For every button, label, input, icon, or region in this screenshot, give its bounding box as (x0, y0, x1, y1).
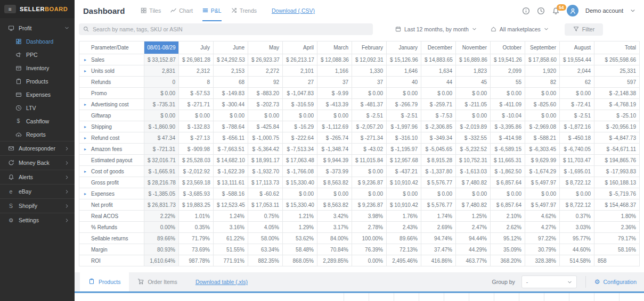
table-cell: 771.91% (214, 255, 248, 266)
history-clock-icon[interactable] (537, 7, 545, 15)
clipboard-icon (15, 78, 22, 85)
table-cell: $ -2.51 (560, 110, 594, 121)
sidebar-item-shopify[interactable]: SShopify (0, 198, 75, 213)
table-cell: $ 11,703.47 (560, 155, 594, 166)
tab-chart[interactable]: Chart (170, 0, 193, 21)
table-cell: $ -202.73 (248, 99, 283, 110)
sidebar-item-ebay[interactable]: eeBay (0, 184, 75, 198)
account-name[interactable]: Demo account (585, 7, 623, 14)
tab-order-items[interactable]: Order Items (129, 272, 185, 291)
table-cell: 1,646 (387, 65, 421, 77)
tab-tiles[interactable]: Tiles (141, 0, 161, 21)
row-label: ROI (79, 255, 144, 266)
sidebar-item-money-back[interactable]: Money Back (0, 155, 75, 170)
bell-icon (7, 174, 14, 181)
table-cell: $ 0.00 (387, 88, 421, 99)
hamburger-menu-icon[interactable]: ≡ (4, 5, 16, 13)
row-label[interactable]: ▸Expenses (79, 188, 144, 199)
table-cell: $ -735.31 (144, 99, 179, 110)
table-cell: $ 28,216.78 (144, 177, 179, 188)
table-cell: 80.93% (144, 244, 179, 255)
table-cell: 3.17% (317, 222, 352, 233)
download-xls-link[interactable]: Download table (.xls) (195, 279, 248, 285)
table-cell: $ 6,857.64 (491, 199, 525, 211)
row-label[interactable]: ▸Cost of goods (79, 166, 144, 177)
table-cell: $ -1,860.90 (144, 121, 179, 132)
column-header: October (491, 41, 525, 54)
notifications-bell-icon[interactable]: 54 (552, 7, 560, 15)
tab-pnl[interactable]: P&L (202, 0, 222, 21)
sidebar-item-label: Reports (26, 131, 46, 138)
table-cell: 2,153 (214, 65, 248, 77)
table-cell: 2.47% (456, 222, 491, 233)
sidebar-item-reports[interactable]: Reports (0, 128, 75, 141)
search-input[interactable] (93, 26, 369, 32)
table-cell: $ 32,016.71 (144, 155, 179, 166)
table-cell: $ 26,213.17 (283, 54, 317, 65)
sidebar-item-autoresponder[interactable]: Autoresponder (0, 141, 75, 155)
sidebar-item-cashflow[interactable]: $Cashflow (0, 114, 75, 128)
row-label[interactable]: ▸Shipping (79, 121, 144, 132)
row-label[interactable]: ▸Refund cost (79, 132, 144, 144)
table-cell: $ -788.64 (214, 121, 248, 132)
sidebar-item-products[interactable]: Products (0, 74, 75, 88)
row-label[interactable]: ▸Amazon fees (79, 144, 144, 155)
column-header-current-period[interactable]: 08/01-08/29 (144, 41, 179, 54)
table-cell: $ 5,576.77 (421, 177, 456, 188)
logo-row: ≡ SELLERBOARD (0, 0, 75, 18)
table-cell: $ -825.60 (525, 99, 560, 110)
filter-button[interactable]: Filter (565, 23, 603, 36)
table-cell: $ 9,236.87 (352, 199, 387, 211)
table-cell: 868.05% (283, 255, 317, 266)
table-cell: 987.78% (179, 255, 214, 266)
search-box[interactable] (79, 23, 373, 35)
tab-products[interactable]: Products (80, 272, 129, 291)
row-label[interactable]: ▸Sales (79, 54, 144, 65)
table-cell: $ -1,997.96 (387, 121, 421, 132)
chevron-down-icon[interactable] (630, 8, 635, 13)
avatar[interactable] (567, 5, 578, 16)
table-cell: $ -588.16 (214, 188, 248, 199)
group-by-select[interactable]: - (521, 275, 577, 288)
table-row-units-sold: ▸Units sold2,8312,3122,1532,2722,1011,16… (79, 65, 640, 77)
cart-icon (137, 278, 144, 286)
table-cell: 1.80% (594, 211, 640, 222)
row-label: Real ACOS (79, 211, 144, 222)
table-cell: 1,823 (456, 65, 491, 77)
date-range-selector[interactable]: Last 12 months, by month (395, 26, 477, 33)
table-cell: $ 17,053.11 (248, 199, 283, 211)
sidebar-item-inventory[interactable]: Inventory (0, 61, 75, 74)
row-label[interactable]: ▸Advertising cost (79, 99, 144, 110)
table-cell: 2,101 (283, 65, 317, 77)
table-cell: 0.00% (352, 255, 387, 266)
table-cell: 76.39% (352, 244, 387, 255)
table-cell: $ 0.00 (456, 188, 491, 199)
table-cell: 2.10% (491, 211, 525, 222)
marketplace-selector[interactable]: All marketplaces (491, 26, 549, 33)
toolbar: Last 12 months, by month All marketplace… (75, 22, 644, 36)
row-label[interactable]: ▸Units sold (79, 65, 144, 77)
column-header-parameter: Parameter/Date (79, 41, 144, 54)
table-cell: 68 (214, 77, 248, 88)
sidebar-item-settings[interactable]: ⚙Settings (0, 213, 75, 227)
column-header: February (352, 41, 387, 54)
table-cell: 2,099 (491, 65, 525, 77)
sidebar-item-alerts[interactable]: Alerts (0, 170, 75, 184)
download-csv-link[interactable]: Download (.CSV) (272, 7, 315, 14)
info-icon[interactable] (522, 7, 530, 15)
table-cell: 3.98% (352, 211, 387, 222)
sidebar-item-ppc[interactable]: PPC (0, 48, 75, 61)
configuration-button[interactable]: ⚙ Configuration (594, 279, 637, 285)
table-cell: $ 0.00 (352, 166, 387, 177)
sidebar-item-expenses[interactable]: Expenses (0, 88, 75, 101)
table-cell: $ 8,722.12 (560, 177, 594, 188)
table-cell: 37 (352, 77, 387, 88)
footer: Products Order Items Download table (.xl… (75, 272, 644, 301)
sidebar-item-ltv[interactable]: LTV (0, 101, 75, 114)
sidebar-item-dashboard[interactable]: Dashboard (0, 35, 75, 48)
table-cell: $ -3,685.93 (179, 188, 214, 199)
tab-trends[interactable]: Trends (231, 0, 257, 21)
column-divider (544, 293, 544, 301)
sidebar-item-profit[interactable]: Profit (0, 21, 75, 35)
search-icon (83, 24, 89, 34)
